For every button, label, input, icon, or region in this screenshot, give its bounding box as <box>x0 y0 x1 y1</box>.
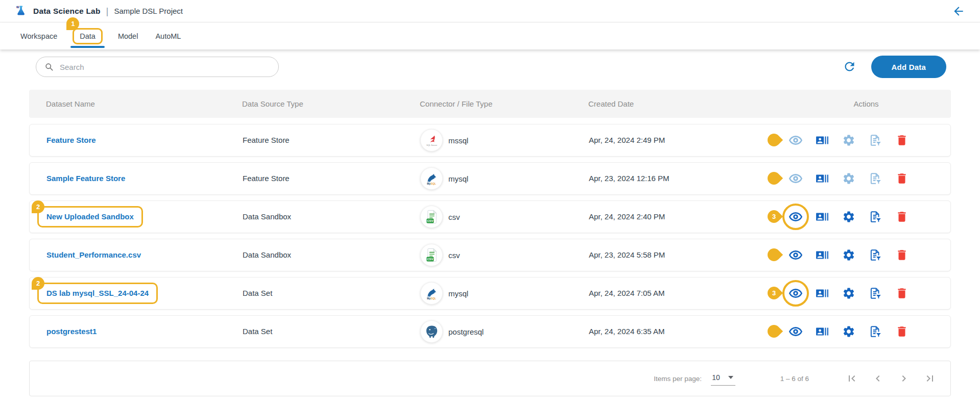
data-prep-script-icon[interactable] <box>868 171 883 186</box>
tab-data[interactable]: 1 Data <box>69 28 106 44</box>
data-source-type: Data Sandbox <box>243 250 291 259</box>
app-header: Data Science Lab | Sample DSL Project <box>0 0 980 22</box>
data-source-type: Data Set <box>243 289 272 297</box>
table-header: Dataset Name Data Source Type Connector … <box>29 90 951 118</box>
permissions-card-icon[interactable] <box>815 209 830 224</box>
column-data-source-type: Data Source Type <box>242 99 420 108</box>
svg-text:MySQL: MySQL <box>427 297 437 300</box>
data-source-type: Feature Store <box>243 136 290 144</box>
first-page-icon[interactable] <box>846 372 858 385</box>
tab-automl[interactable]: AutoML <box>150 28 186 44</box>
annotation-badge-1: 1 <box>66 17 79 30</box>
table-body: Feature Store Feature Store SQL Server m… <box>29 124 951 348</box>
mssql-logo-icon: SQL Server <box>420 129 443 151</box>
settings-gear-icon[interactable] <box>841 171 856 186</box>
permissions-card-icon[interactable] <box>815 324 830 339</box>
dataset-link[interactable]: postgrestest1 <box>46 327 97 336</box>
permissions-card-icon[interactable] <box>815 171 830 186</box>
view-icon[interactable] <box>788 247 803 263</box>
view-icon[interactable] <box>788 133 803 148</box>
next-page-icon[interactable] <box>898 372 910 385</box>
annotation-badge-2: 2 <box>32 200 44 213</box>
delete-trash-icon[interactable] <box>894 209 910 224</box>
tab-model[interactable]: Model <box>113 28 144 44</box>
previous-page-icon[interactable] <box>872 372 884 385</box>
svg-text:SQL Server: SQL Server <box>426 144 438 146</box>
permissions-card-icon[interactable] <box>815 286 830 301</box>
view-icon[interactable] <box>788 171 803 186</box>
search-icon <box>44 62 54 72</box>
tab-bar: Workspace 1 Data Model AutoML <box>0 22 980 49</box>
delete-trash-icon[interactable] <box>894 133 910 148</box>
settings-gear-icon[interactable] <box>841 286 856 301</box>
dataset-link[interactable]: Sample Feature Store <box>46 174 125 183</box>
permissions-card-icon[interactable] <box>815 247 830 263</box>
toolbar: Add Data <box>29 56 951 78</box>
mysql-logo-icon: MySQL <box>420 282 443 305</box>
dataset-link[interactable]: DS lab mysql_SSL_24-04-24 <box>46 289 149 297</box>
dataset-link[interactable]: Student_Performance.csv <box>46 250 141 259</box>
add-data-button[interactable]: Add Data <box>871 56 946 78</box>
last-page-icon[interactable] <box>924 372 936 385</box>
delete-trash-icon[interactable] <box>894 171 910 186</box>
refresh-icon[interactable] <box>843 60 857 74</box>
table-row: postgrestest1 Data Set postgresql Apr, 2… <box>29 315 951 348</box>
annotation-badge-3: 3 <box>765 208 783 225</box>
data-prep-script-icon[interactable] <box>868 247 883 263</box>
connector-label: csv <box>448 251 460 260</box>
view-icon[interactable] <box>788 209 803 224</box>
column-connector-file-type: Connector / File Type <box>420 99 588 108</box>
svg-text:MySQL: MySQL <box>427 182 437 185</box>
app-title: Data Science Lab <box>33 7 101 16</box>
csv-logo-icon: CSV <box>420 244 443 266</box>
settings-gear-icon[interactable] <box>841 247 856 263</box>
dataset-link[interactable]: New Uploaded Sandbox <box>46 212 134 221</box>
pagination-bar: Items per page: 10 1 – 6 of 6 <box>29 361 951 396</box>
created-date: Apr, 24, 2024 6:35 AM <box>589 327 664 336</box>
tab-workspace[interactable]: Workspace <box>15 28 62 44</box>
data-prep-script-icon[interactable] <box>868 209 883 224</box>
created-date: Apr, 23, 2024 5:58 PM <box>589 250 665 259</box>
items-per-page-select[interactable]: 10 <box>711 372 735 386</box>
connector-label: mssql <box>448 136 468 145</box>
settings-gear-icon[interactable] <box>841 133 856 148</box>
delete-trash-icon[interactable] <box>894 324 910 339</box>
data-prep-script-icon[interactable] <box>868 286 883 301</box>
data-source-type: Data Set <box>243 327 272 336</box>
delete-trash-icon[interactable] <box>894 247 910 263</box>
delete-trash-icon[interactable] <box>894 286 910 301</box>
connector-label: postgresql <box>448 327 484 336</box>
column-dataset-name: Dataset Name <box>29 99 242 108</box>
svg-text:CSV: CSV <box>427 258 433 261</box>
table-row: Student_Performance.csv Data Sandbox CSV… <box>29 239 951 271</box>
back-arrow-icon[interactable] <box>951 4 966 18</box>
view-icon[interactable] <box>788 324 803 339</box>
settings-gear-icon[interactable] <box>841 209 856 224</box>
dataset-link[interactable]: Feature Store <box>46 136 96 144</box>
settings-gear-icon[interactable] <box>841 324 856 339</box>
chevron-down-icon <box>728 376 733 379</box>
view-icon[interactable] <box>788 286 803 301</box>
permissions-card-icon[interactable] <box>815 133 830 148</box>
created-date: Apr, 24, 2024 7:05 AM <box>589 289 664 297</box>
connector-label: mysql <box>448 174 468 183</box>
search-input[interactable] <box>36 57 279 77</box>
created-date: Apr, 23, 2024 12:16 PM <box>589 174 670 183</box>
page-range-label: 1 – 6 of 6 <box>780 375 809 383</box>
annotation-badge-3 <box>765 322 783 340</box>
data-prep-script-icon[interactable] <box>868 324 883 339</box>
annotation-badge-3 <box>765 246 783 264</box>
annotation-badge-3: 3 <box>765 284 783 302</box>
items-per-page-value: 10 <box>712 373 720 382</box>
column-created-date: Created Date <box>588 99 781 108</box>
created-date: Apr, 24, 2024 2:49 PM <box>589 136 665 144</box>
flask-logo-icon <box>14 4 28 18</box>
items-per-page-label: Items per page: <box>654 375 702 383</box>
data-prep-script-icon[interactable] <box>868 133 883 148</box>
connector-label: mysql <box>448 289 468 298</box>
svg-text:CSV: CSV <box>427 219 433 222</box>
csv-logo-icon: CSV <box>420 206 443 228</box>
created-date: Apr, 24, 2024 2:40 PM <box>589 212 665 221</box>
table-row: 2 New Uploaded Sandbox Data Sandbox CSV … <box>29 200 951 233</box>
postgresql-logo-icon <box>420 320 443 343</box>
